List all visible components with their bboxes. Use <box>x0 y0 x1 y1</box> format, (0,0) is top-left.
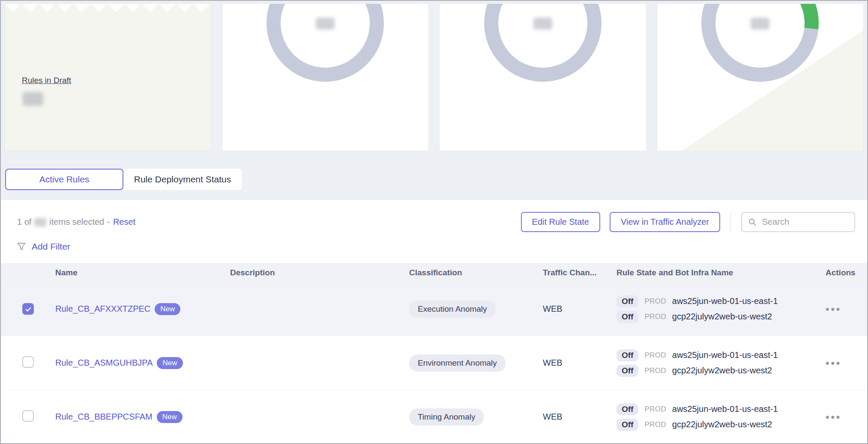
checkmark-icon <box>24 305 32 313</box>
column-header-classification: Classification <box>409 268 543 277</box>
state-badge: Off <box>617 295 638 307</box>
rules-in-draft-card: Rules in Draft <box>4 3 212 151</box>
classification-pill: Execution Anomaly <box>409 301 496 318</box>
add-filter-button[interactable]: Add Filter <box>16 241 867 252</box>
rule-state-cell: Off PROD aws25jun-web-01-us-east-1 Off P… <box>617 403 826 431</box>
donut-card-2 <box>439 3 647 151</box>
redacted-draft-count <box>23 92 43 106</box>
new-badge: New <box>157 411 183 423</box>
classification-pill: Environment Anomaly <box>409 355 506 372</box>
donut-card-1 <box>222 3 429 151</box>
selection-prefix: 1 of <box>17 217 31 227</box>
state-badge: Off <box>617 403 638 415</box>
bot-infra-name: aws25jun-web-01-us-east-1 <box>672 350 778 360</box>
table-header-row: Name Description Classification Traffic … <box>1 263 867 282</box>
table-toolbar: 1 of items selected - Reset Edit Rule St… <box>1 200 867 232</box>
row-checkbox[interactable] <box>22 410 34 422</box>
rules-table: Name Description Classification Traffic … <box>1 263 867 444</box>
toolbar-actions: Edit Rule State View in Traffic Analyzer <box>521 212 855 232</box>
donut-chart-1 <box>266 3 384 82</box>
rule-name-link[interactable]: Rule_CB_AFXXXTZPEC <box>55 304 150 314</box>
view-in-traffic-analyzer-button[interactable]: View in Traffic Analyzer <box>610 212 720 232</box>
summary-cards-row: Rules in Draft <box>1 1 867 151</box>
state-badge: Off <box>617 419 638 431</box>
redacted-donut-value-1 <box>316 18 335 30</box>
column-header-actions: Actions <box>826 268 867 277</box>
tab-active-rules[interactable]: Active Rules <box>5 169 123 190</box>
more-actions-icon[interactable]: ••• <box>826 357 841 369</box>
redacted-total-count <box>34 218 46 226</box>
donut-chart-2 <box>484 3 602 82</box>
env-label: PROD <box>644 297 666 306</box>
rule-state-line: Off PROD aws25jun-web-01-us-east-1 <box>617 349 826 361</box>
rules-in-draft-link[interactable]: Rules in Draft <box>22 76 71 85</box>
env-label: PROD <box>644 313 666 321</box>
state-badge: Off <box>617 349 638 361</box>
new-badge: New <box>155 303 180 315</box>
selection-suffix: items selected <box>49 217 104 227</box>
donut-chart-3 <box>701 3 819 82</box>
more-actions-icon[interactable]: ••• <box>826 411 841 423</box>
rule-state-cell: Off PROD aws25jun-web-01-us-east-1 Off P… <box>617 295 826 323</box>
bot-infra-name: aws25jun-web-01-us-east-1 <box>672 404 778 414</box>
filter-funnel-icon <box>16 241 27 252</box>
state-badge: Off <box>617 365 638 377</box>
row-checkbox[interactable] <box>22 303 34 315</box>
add-filter-label: Add Filter <box>32 241 70 252</box>
rule-state-line: Off PROD aws25jun-web-01-us-east-1 <box>617 403 826 415</box>
edit-rule-state-button[interactable]: Edit Rule State <box>521 212 600 232</box>
rules-tabs: Active Rules Rule Deployment Status <box>5 169 867 190</box>
rule-name-link[interactable]: Rule_CB_BBEPPCSFAM <box>55 412 153 422</box>
traffic-channel-cell: WEB <box>543 304 617 314</box>
tab-rule-deployment-status[interactable]: Rule Deployment Status <box>123 169 242 190</box>
rule-state-line: Off PROD aws25jun-web-01-us-east-1 <box>617 295 826 307</box>
table-row[interactable]: Rule_CB_BBEPPCSFAM New Timing Anomaly WE… <box>1 390 867 444</box>
rule-state-line: Off PROD gcp22julyw2web-us-west2 <box>617 311 826 323</box>
row-checkbox[interactable] <box>22 356 34 368</box>
column-header-name: Name <box>55 268 230 277</box>
env-label: PROD <box>644 351 666 360</box>
bot-infra-name: gcp22julyw2web-us-west2 <box>672 366 772 375</box>
bot-infra-name: aws25jun-web-01-us-east-1 <box>672 296 778 306</box>
rule-state-line: Off PROD gcp22julyw2web-us-west2 <box>617 419 826 431</box>
donut-card-3 <box>657 3 864 151</box>
redacted-donut-value-2 <box>533 18 552 30</box>
state-badge: Off <box>617 311 638 323</box>
column-header-rule-state: Rule State and Bot Infra Name <box>617 268 826 277</box>
search-input[interactable] <box>762 217 848 227</box>
rule-state-cell: Off PROD aws25jun-web-01-us-east-1 Off P… <box>617 349 826 377</box>
selection-summary: 1 of items selected - Reset <box>17 217 135 227</box>
redacted-donut-value-3 <box>751 18 769 30</box>
env-label: PROD <box>644 405 666 414</box>
table-row[interactable]: Rule_CB_AFXXXTZPEC New Execution Anomaly… <box>1 282 867 336</box>
toolbar-divider <box>730 213 731 232</box>
new-badge: New <box>157 357 183 369</box>
reset-selection-link[interactable]: Reset <box>113 217 135 227</box>
selection-separator: - <box>107 217 110 227</box>
more-actions-icon[interactable]: ••• <box>826 303 841 315</box>
search-box[interactable] <box>741 212 855 232</box>
rule-name-link[interactable]: Rule_CB_ASMGUHBJPA <box>55 358 153 368</box>
column-header-description: Description <box>230 268 409 277</box>
env-label: PROD <box>644 367 666 375</box>
bot-infra-name: gcp22julyw2web-us-west2 <box>672 312 772 322</box>
classification-pill: Timing Anomaly <box>409 408 484 426</box>
traffic-channel-cell: WEB <box>543 412 617 422</box>
search-icon <box>748 217 757 227</box>
traffic-channel-cell: WEB <box>543 358 617 368</box>
column-header-traffic-channel: Traffic Chan... <box>543 268 617 277</box>
table-row[interactable]: Rule_CB_ASMGUHBJPA New Environment Anoma… <box>1 336 867 390</box>
env-label: PROD <box>644 420 666 429</box>
bot-infra-name: gcp22julyw2web-us-west2 <box>672 420 772 429</box>
rule-state-line: Off PROD gcp22julyw2web-us-west2 <box>617 365 826 377</box>
active-rules-panel: 1 of items selected - Reset Edit Rule St… <box>1 200 867 443</box>
